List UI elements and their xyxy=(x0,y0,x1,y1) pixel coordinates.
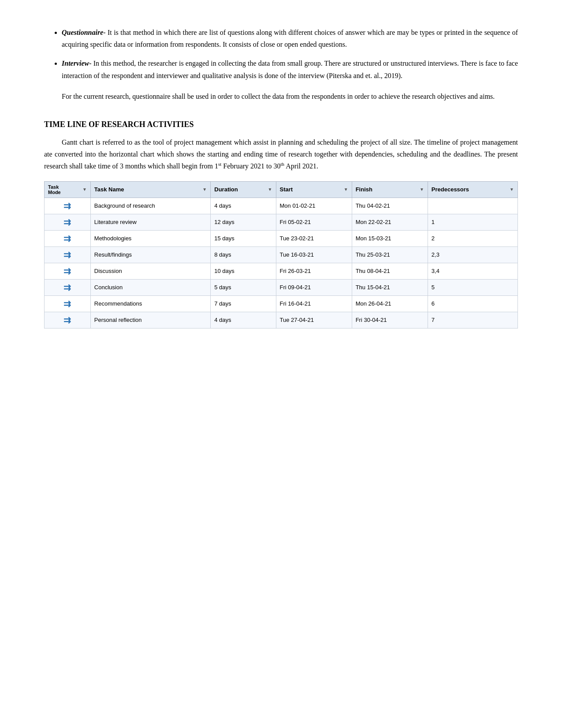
table-row: ⇉Recommendations7 daysFri 16-04-21Mon 26… xyxy=(45,295,518,312)
finish-cell: Fri 30-04-21 xyxy=(352,312,428,328)
task-mode-icon: ⇉ xyxy=(63,282,71,293)
task-mode-icon: ⇉ xyxy=(63,217,71,228)
sort-icon-task-name[interactable]: ▼ xyxy=(202,187,207,192)
col-header-predecessors[interactable]: Predecessors ▼ xyxy=(428,181,517,198)
finish-cell: Thu 15-04-21 xyxy=(352,279,428,295)
col-header-finish-label: Finish xyxy=(356,186,372,193)
finish-cell: Mon 26-04-21 xyxy=(352,295,428,312)
duration-cell: 4 days xyxy=(211,312,276,328)
term-interview: Interview xyxy=(62,60,89,67)
table-row: ⇉Conclusion5 daysFri 09-04-21Thu 15-04-2… xyxy=(45,279,518,295)
task-name-cell: Background of research xyxy=(90,198,210,214)
start-cell: Fri 16-04-21 xyxy=(276,295,352,312)
finish-cell: Thu 08-04-21 xyxy=(352,263,428,279)
finish-cell: Mon 22-02-21 xyxy=(352,214,428,230)
predecessors-cell: 2,3 xyxy=(428,246,517,263)
table-row: ⇉Result/findings8 daysTue 16-03-21Thu 25… xyxy=(45,246,518,263)
predecessors-cell: 6 xyxy=(428,295,517,312)
task-mode-icon: ⇉ xyxy=(63,201,71,211)
duration-cell: 10 days xyxy=(211,263,276,279)
duration-cell: 15 days xyxy=(211,230,276,246)
start-cell: Fri 09-04-21 xyxy=(276,279,352,295)
duration-cell: 4 days xyxy=(211,198,276,214)
task-name-cell: Result/findings xyxy=(90,246,210,263)
bullet-list: Questionnaire- It is that method in whic… xyxy=(62,26,518,82)
sort-icon-finish[interactable]: ▼ xyxy=(420,187,424,192)
task-mode-cell: ⇉ xyxy=(45,214,91,230)
task-name-cell: Personal reflection xyxy=(90,312,210,328)
task-name-cell: Methodologies xyxy=(90,230,210,246)
table-header-row: TaskMode ▼ Task Name ▼ Duration ▼ xyxy=(45,181,518,198)
term-questionnaire: Questionnaire xyxy=(62,29,103,36)
predecessors-cell xyxy=(428,198,517,214)
predecessors-cell: 5 xyxy=(428,279,517,295)
duration-cell: 5 days xyxy=(211,279,276,295)
col-header-task-mode[interactable]: TaskMode ▼ xyxy=(45,181,91,198)
text-interview: In this method, the researcher is engage… xyxy=(62,60,518,79)
task-mode-cell: ⇉ xyxy=(45,263,91,279)
col-header-start[interactable]: Start ▼ xyxy=(276,181,352,198)
text-questionnaire: It is that method in which there are lis… xyxy=(62,29,518,48)
paragraph-2c-text: April 2021. xyxy=(284,163,318,170)
col-header-task-mode-label: TaskMode xyxy=(48,184,61,195)
sort-icon-duration[interactable]: ▼ xyxy=(268,187,272,192)
col-header-duration-label: Duration xyxy=(214,186,238,193)
task-mode-cell: ⇉ xyxy=(45,295,91,312)
task-name-cell: Literature review xyxy=(90,214,210,230)
predecessors-cell: 2 xyxy=(428,230,517,246)
paragraph-2: Gantt chart is referred to as the tool o… xyxy=(44,136,518,172)
table-row: ⇉Discussion10 daysFri 26-03-21Thu 08-04-… xyxy=(45,263,518,279)
task-name-cell: Conclusion xyxy=(90,279,210,295)
col-header-task-name-label: Task Name xyxy=(94,186,124,193)
sort-icon-start[interactable]: ▼ xyxy=(344,187,348,192)
task-mode-icon: ⇉ xyxy=(63,250,71,260)
start-cell: Tue 16-03-21 xyxy=(276,246,352,263)
col-header-task-name[interactable]: Task Name ▼ xyxy=(90,181,210,198)
task-mode-cell: ⇉ xyxy=(45,246,91,263)
task-mode-icon: ⇉ xyxy=(63,315,71,325)
finish-cell: Mon 15-03-21 xyxy=(352,230,428,246)
start-cell: Tue 23-02-21 xyxy=(276,230,352,246)
task-mode-icon: ⇉ xyxy=(63,233,71,244)
sort-icon-task-mode[interactable]: ▼ xyxy=(82,187,87,192)
start-cell: Mon 01-02-21 xyxy=(276,198,352,214)
task-name-cell: Recommendations xyxy=(90,295,210,312)
list-item-interview: Interview- In this method, the researche… xyxy=(62,57,518,81)
col-header-finish[interactable]: Finish ▼ xyxy=(352,181,428,198)
content-area: Questionnaire- It is that method in whic… xyxy=(44,26,518,329)
col-header-start-label: Start xyxy=(280,186,293,193)
section-heading: TIME LINE OF RESEARCH ACTIVITIES xyxy=(44,120,518,129)
predecessors-cell: 1 xyxy=(428,214,517,230)
list-item-questionnaire: Questionnaire- It is that method in whic… xyxy=(62,26,518,50)
task-mode-cell: ⇉ xyxy=(45,198,91,214)
predecessors-cell: 3,4 xyxy=(428,263,517,279)
table-row: ⇉Literature review12 daysFri 05-02-21Mon… xyxy=(45,214,518,230)
finish-cell: Thu 25-03-21 xyxy=(352,246,428,263)
paragraph-1: For the current research, questionnaire … xyxy=(44,90,518,102)
gantt-table: TaskMode ▼ Task Name ▼ Duration ▼ xyxy=(44,181,518,329)
table-row: ⇉Background of research4 daysMon 01-02-2… xyxy=(45,198,518,214)
start-cell: Fri 05-02-21 xyxy=(276,214,352,230)
task-name-cell: Discussion xyxy=(90,263,210,279)
task-mode-cell: ⇉ xyxy=(45,279,91,295)
col-header-duration[interactable]: Duration ▼ xyxy=(211,181,276,198)
task-mode-icon: ⇉ xyxy=(63,266,71,276)
duration-cell: 12 days xyxy=(211,214,276,230)
start-cell: Fri 26-03-21 xyxy=(276,263,352,279)
task-mode-cell: ⇉ xyxy=(45,230,91,246)
start-cell: Tue 27-04-21 xyxy=(276,312,352,328)
finish-cell: Thu 04-02-21 xyxy=(352,198,428,214)
duration-cell: 7 days xyxy=(211,295,276,312)
predecessors-cell: 7 xyxy=(428,312,517,328)
col-header-predecessors-label: Predecessors xyxy=(432,186,469,193)
paragraph-2b-text: February 2021 to 30 xyxy=(221,163,280,170)
superscript-2: th xyxy=(281,161,285,167)
duration-cell: 8 days xyxy=(211,246,276,263)
table-row: ⇉Methodologies15 daysTue 23-02-21Mon 15-… xyxy=(45,230,518,246)
task-mode-cell: ⇉ xyxy=(45,312,91,328)
task-mode-icon: ⇉ xyxy=(63,299,71,309)
table-row: ⇉Personal reflection4 daysTue 27-04-21Fr… xyxy=(45,312,518,328)
sort-icon-predecessors[interactable]: ▼ xyxy=(510,187,514,192)
